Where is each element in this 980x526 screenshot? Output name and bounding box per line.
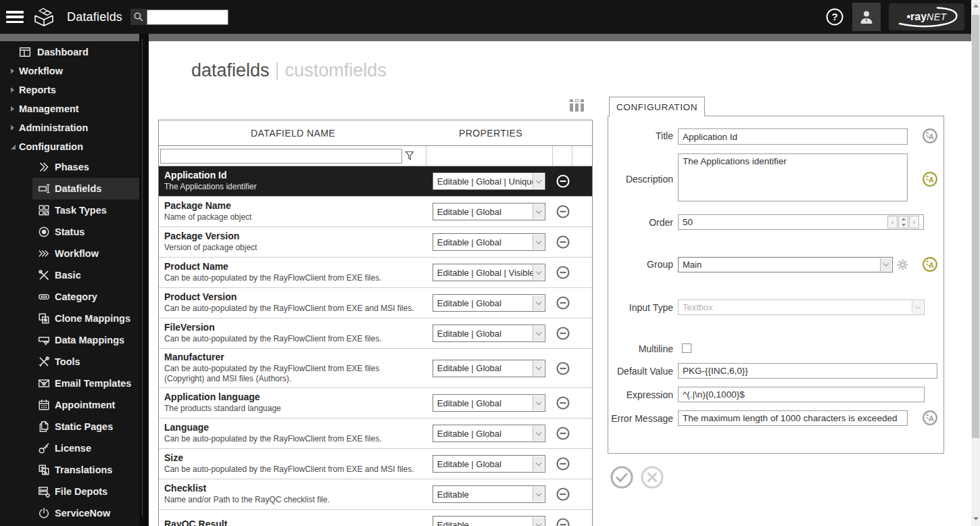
- sidebar-item-status[interactable]: Status: [0, 221, 139, 243]
- raynet-logo[interactable]: •rayNET: [889, 3, 964, 30]
- sidebar-item-administration[interactable]: Administration: [0, 118, 139, 137]
- properties-select[interactable]: Editable | Global: [433, 233, 545, 251]
- sidebar-item-category[interactable]: Category: [0, 286, 139, 308]
- remove-datafield-button[interactable]: [556, 487, 570, 502]
- sidebar-item-datafields[interactable]: Datafields: [32, 178, 139, 199]
- expander-collapsed-icon[interactable]: [11, 68, 14, 74]
- remove-datafield-button[interactable]: [556, 396, 570, 410]
- sidebar-item-servicenow[interactable]: ServiceNow: [0, 502, 139, 524]
- hamburger-menu-icon[interactable]: [6, 11, 24, 23]
- table-row[interactable]: ManufacturerCan be auto-populated by the…: [159, 349, 592, 388]
- description-textarea[interactable]: The Applications identifier: [678, 153, 908, 201]
- remove-datafield-button[interactable]: [556, 265, 570, 280]
- scroll-down-arrow[interactable]: [973, 517, 979, 521]
- remove-datafield-button[interactable]: [556, 295, 570, 310]
- sidebar-item-email-templates[interactable]: Email Templates: [0, 373, 139, 394]
- remove-datafield-button[interactable]: [556, 235, 570, 249]
- scroll-up-arrow[interactable]: [973, 4, 979, 7]
- remove-datafield-button[interactable]: [556, 326, 570, 341]
- remove-datafield-button[interactable]: [556, 361, 570, 376]
- sidebar-item-clone-mappings[interactable]: Clone Mappings: [0, 308, 139, 329]
- table-row[interactable]: FileVersionCan be auto-populated by the …: [159, 318, 592, 349]
- sidebar-item-task-types[interactable]: Task Types: [0, 199, 139, 221]
- help-icon[interactable]: ?: [825, 7, 844, 26]
- sidebar-item-workflow[interactable]: Workflow: [0, 62, 139, 80]
- properties-select[interactable]: Editable | Global: [433, 425, 545, 442]
- order-decrement-button[interactable]: ‹: [887, 216, 898, 229]
- group-settings-gear-icon[interactable]: [896, 258, 909, 271]
- expander-collapsed-icon[interactable]: [11, 125, 14, 130]
- error-message-input[interactable]: [678, 410, 908, 426]
- expander-expanded-icon[interactable]: [11, 145, 16, 149]
- search-icon[interactable]: [130, 9, 147, 25]
- table-row[interactable]: Package NameName of package objectEditab…: [159, 197, 592, 227]
- order-updown-stepper[interactable]: [898, 216, 908, 229]
- table-row[interactable]: LanguageCan be auto-populated by the Ray…: [159, 419, 592, 449]
- name-filter-input[interactable]: [160, 149, 402, 164]
- properties-select[interactable]: Editable: [433, 516, 545, 526]
- sidebar-item-management[interactable]: Management: [0, 99, 139, 118]
- sidebar-item-static-pages[interactable]: Static Pages: [0, 416, 139, 437]
- default-value-input[interactable]: [678, 363, 937, 379]
- table-row[interactable]: Product VersionCan be auto-populated by …: [159, 288, 592, 318]
- properties-select[interactable]: Editable | Global: [433, 455, 545, 473]
- table-row[interactable]: RayQC ResultEditable: [159, 510, 592, 526]
- properties-select[interactable]: Editable | Global: [433, 325, 545, 342]
- properties-select[interactable]: Editable | Global: [433, 203, 545, 220]
- properties-select[interactable]: Editable | Global | Unique: [433, 172, 545, 190]
- remove-datafield-button[interactable]: [556, 426, 570, 441]
- sidebar-item-configuration[interactable]: Configuration: [0, 137, 139, 156]
- sidebar-item-phases[interactable]: Phases: [0, 156, 139, 178]
- search-input[interactable]: [147, 9, 228, 25]
- tab-configuration[interactable]: CONFIGURATION: [609, 97, 705, 116]
- remove-datafield-button[interactable]: [556, 204, 570, 219]
- properties-select[interactable]: Editable | Global | Visible: [433, 264, 545, 281]
- multiline-checkbox[interactable]: [682, 343, 691, 353]
- page-scrollbar[interactable]: [971, 0, 980, 526]
- table-row[interactable]: Application IdThe Applications identifie…: [159, 166, 592, 197]
- expander-collapsed-icon[interactable]: [11, 87, 14, 93]
- breadcrumb-customfields[interactable]: customfields: [285, 60, 387, 80]
- translate-title-icon[interactable]: A: [922, 128, 938, 144]
- properties-select[interactable]: Editable | Global: [433, 394, 545, 412]
- cancel-button[interactable]: [640, 465, 664, 489]
- sidebar-item-data-mappings[interactable]: Data Mappings: [0, 329, 139, 351]
- sidebar-item-basic[interactable]: Basic: [0, 264, 139, 286]
- properties-select[interactable]: Editable | Global: [433, 294, 545, 312]
- expander-collapsed-icon[interactable]: [11, 106, 14, 112]
- sidebar-item-dashboard[interactable]: Dashboard: [0, 43, 139, 62]
- sidebar-scrollbar[interactable]: [139, 34, 149, 526]
- filter-funnel-icon[interactable]: [405, 151, 414, 162]
- scrollbar-thumb[interactable]: [972, 15, 979, 438]
- remove-datafield-button[interactable]: [556, 517, 570, 526]
- sidebar-item-workflow[interactable]: Workflow: [0, 243, 139, 264]
- group-select[interactable]: Main: [678, 257, 893, 272]
- order-increment-button[interactable]: ›: [909, 216, 919, 229]
- table-row[interactable]: Application languageThe products standar…: [159, 388, 592, 419]
- sidebar-item-license[interactable]: License: [0, 437, 139, 459]
- column-header-properties[interactable]: PROPERTIES: [427, 128, 554, 139]
- table-row[interactable]: Product NameCan be auto-populated by the…: [159, 258, 592, 288]
- table-row[interactable]: SizeCan be auto-populated by the RayFlow…: [159, 449, 592, 479]
- column-chooser-icon[interactable]: [570, 99, 584, 112]
- expression-input[interactable]: [678, 387, 925, 402]
- user-menu-button[interactable]: [852, 3, 881, 31]
- sidebar-item-file-depots[interactable]: File Depots: [0, 481, 139, 502]
- breadcrumb-datafields[interactable]: datafields: [191, 60, 270, 80]
- translate-description-icon[interactable]: A: [922, 171, 938, 187]
- confirm-button[interactable]: [610, 465, 634, 489]
- table-row[interactable]: Package VersionVersion of package object…: [159, 227, 592, 258]
- remove-datafield-button[interactable]: [556, 456, 570, 471]
- properties-select[interactable]: Editable | Global: [433, 360, 545, 377]
- translate-group-icon[interactable]: A: [922, 256, 938, 272]
- properties-select[interactable]: Editable: [433, 485, 545, 503]
- title-input[interactable]: [678, 128, 908, 145]
- sidebar-item-reports[interactable]: Reports: [0, 80, 139, 99]
- table-row[interactable]: ChecklistName and/or Path to the RayQC c…: [159, 479, 592, 510]
- sidebar-item-tools[interactable]: Tools: [0, 351, 139, 373]
- column-header-datafield-name[interactable]: DATAFIELD NAME: [159, 128, 427, 139]
- translate-error-message-icon[interactable]: A: [922, 410, 938, 426]
- sidebar-item-appointment[interactable]: Appointment: [0, 394, 139, 416]
- sidebar-item-translations[interactable]: Translations: [0, 459, 139, 481]
- remove-datafield-button[interactable]: [556, 174, 570, 189]
